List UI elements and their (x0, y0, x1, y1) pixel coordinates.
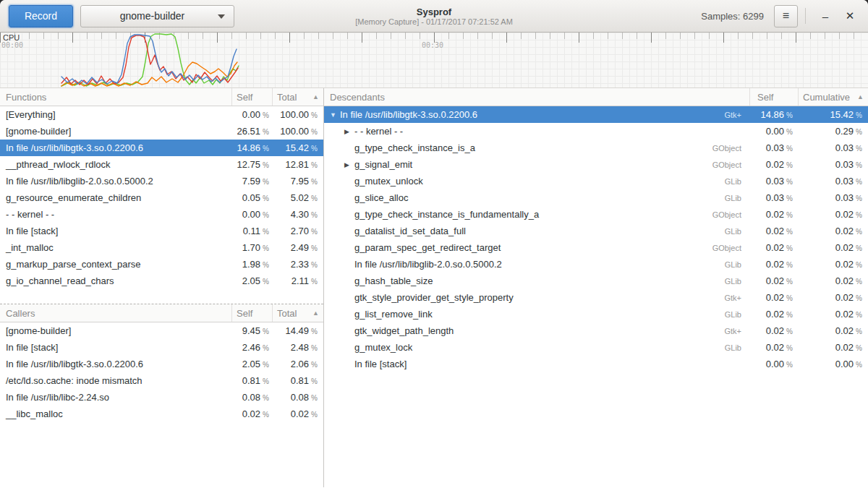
table-row[interactable]: - - kernel - -0.00%4.30% (0, 206, 323, 223)
descendant-name-cell: g_param_spec_get_redirect_target (324, 242, 712, 253)
table-row[interactable]: g_io_channel_read_chars2.05%2.11% (0, 273, 323, 289)
percent-value-cell: 4.30% (273, 209, 323, 220)
hamburger-menu-button[interactable]: ≡ (774, 5, 798, 27)
percent-number: 0.08 (242, 392, 260, 403)
percent-sign: % (786, 328, 793, 335)
percent-value-cell: 12.75% (232, 159, 273, 170)
table-row[interactable]: _int_malloc1.70%2.49% (0, 239, 323, 256)
tree-row[interactable]: ▼In file /usr/lib/libgtk-3.so.0.2200.6Gt… (324, 106, 868, 123)
percent-number: 0.08 (291, 392, 309, 403)
descendants-column-header[interactable]: Descendants (324, 88, 750, 106)
table-row[interactable]: __pthread_rwlock_rdlock12.75%12.81% (0, 156, 323, 173)
percent-number: 7.95 (291, 176, 309, 187)
expander-open-icon[interactable]: ▼ (330, 111, 340, 119)
expander-closed-icon[interactable]: ▶ (344, 128, 354, 135)
percent-sign: % (263, 328, 269, 335)
function-name: In file [stack] (0, 226, 232, 236)
percent-value-cell: 7.95% (273, 176, 323, 187)
percent-sign: % (786, 278, 793, 286)
tree-row[interactable]: g_slice_allocGLib0.03%0.03% (324, 189, 868, 206)
percent-number: 2.48 (291, 342, 309, 353)
percent-number: 1.70 (242, 242, 260, 253)
callers-self-column-header[interactable]: Self (232, 304, 273, 322)
descendants-cumulative-column-header[interactable]: Cumulative ▲ (799, 88, 868, 106)
tree-row[interactable]: g_type_check_instance_is_fundamentally_a… (324, 206, 868, 223)
table-row[interactable]: g_markup_parse_context_parse1.98%2.33% (0, 256, 323, 273)
table-row[interactable]: In file [stack]2.46%2.48% (0, 339, 323, 356)
table-row[interactable]: In file /usr/lib/libgtk-3.so.0.2200.614.… (0, 140, 323, 156)
table-row[interactable]: [Everything]0.00%100.00% (0, 106, 323, 123)
percent-value-cell: 0.00% (799, 359, 868, 369)
functions-self-column-header[interactable]: Self (232, 88, 273, 106)
table-row[interactable]: In file /usr/lib/libglib-2.0.so.0.5000.2… (0, 173, 323, 189)
close-button[interactable]: ✕ (838, 4, 862, 28)
descendant-name-cell: g_hash_table_size (324, 275, 725, 286)
tree-row[interactable]: In file [stack]0.00%0.00% (324, 356, 868, 372)
callers-column-header[interactable]: Callers (0, 304, 232, 322)
percent-value-cell: 2.70% (273, 226, 323, 236)
expander-closed-icon[interactable]: ▶ (344, 161, 354, 168)
percent-number: 12.81 (286, 159, 310, 170)
percent-value-cell: 0.02% (799, 275, 868, 286)
percent-sign: % (786, 111, 793, 119)
tree-row[interactable]: g_list_remove_linkGLib0.02%0.02% (324, 306, 868, 322)
chevron-down-icon (218, 14, 225, 19)
table-row[interactable]: In file /usr/lib/libc-2.24.so0.08%0.08% (0, 389, 323, 406)
percent-number: 7.59 (242, 176, 260, 187)
tree-row[interactable]: g_datalist_id_set_data_fullGLib0.02%0.02… (324, 223, 868, 239)
tree-row[interactable]: In file /usr/lib/libglib-2.0.so.0.5000.2… (324, 256, 868, 273)
descendant-name-cell: gtk_style_provider_get_style_property (324, 292, 724, 303)
functions-total-column-header[interactable]: Total ▲ (273, 88, 323, 106)
percent-sign: % (856, 145, 862, 153)
percent-value-cell: 0.02% (799, 209, 868, 220)
percent-value-cell: 14.49% (273, 325, 323, 336)
library-tag: GObject (712, 144, 750, 153)
percent-sign: % (311, 211, 318, 219)
percent-value-cell: 0.02% (799, 226, 868, 236)
headerbar: Record gnome-builder Sysprof [Memory Cap… (0, 0, 868, 33)
percent-number: 2.06 (291, 359, 309, 369)
table-row[interactable]: In file [stack]0.11%2.70% (0, 223, 323, 239)
table-row[interactable]: In file /usr/lib/libgtk-3.so.0.2200.62.0… (0, 356, 323, 372)
table-row[interactable]: __libc_malloc0.02%0.02% (0, 406, 323, 422)
percent-sign: % (311, 178, 318, 186)
percent-sign: % (856, 161, 862, 169)
percent-value-cell: 0.02% (750, 292, 799, 303)
tree-row[interactable]: gtk_style_provider_get_style_propertyGtk… (324, 289, 868, 306)
library-tag: GLib (725, 277, 750, 286)
percent-value-cell: 0.81% (232, 375, 273, 386)
percent-value-cell: 0.02% (750, 209, 799, 220)
table-row[interactable]: [gnome-builder]26.51%100.00% (0, 123, 323, 140)
descendants-self-column-header[interactable]: Self (750, 88, 799, 106)
tree-row[interactable]: g_mutex_unlockGLib0.03%0.03% (324, 173, 868, 189)
tree-row[interactable]: g_param_spec_get_redirect_targetGObject0… (324, 239, 868, 256)
tree-row[interactable]: g_type_check_instance_is_aGObject0.03%0.… (324, 140, 868, 156)
process-selector-dropdown[interactable]: gnome-builder (80, 5, 234, 27)
percent-number: 0.02 (766, 259, 784, 270)
percent-value-cell: 0.81% (273, 375, 323, 386)
percent-sign: % (856, 178, 862, 186)
percent-number: 0.02 (766, 242, 784, 253)
functions-column-header[interactable]: Functions (0, 88, 232, 106)
percent-sign: % (263, 244, 269, 252)
callers-total-column-header[interactable]: Total ▲ (273, 304, 323, 322)
percent-sign: % (786, 211, 793, 219)
percent-number: 0.02 (766, 275, 784, 286)
tree-row[interactable]: ▶- - kernel - -0.00%0.29% (324, 123, 868, 140)
table-row[interactable]: /etc/ld.so.cache: inode mismatch0.81%0.8… (0, 372, 323, 389)
tree-row[interactable]: g_hash_table_sizeGLib0.02%0.02% (324, 273, 868, 289)
function-name: g_markup_parse_context_parse (0, 259, 232, 270)
cpu-timeline-graph[interactable]: CPU 00:00 00:30 (0, 33, 868, 88)
tree-row[interactable]: ▶g_signal_emitGObject0.02%0.03% (324, 156, 868, 173)
tree-row[interactable]: gtk_widget_path_lengthGtk+0.02%0.02% (324, 322, 868, 339)
table-row[interactable]: [gnome-builder]9.45%14.49% (0, 322, 323, 339)
tree-row[interactable]: g_mutex_lockGLib0.02%0.02% (324, 339, 868, 356)
record-button[interactable]: Record (9, 5, 73, 27)
descendant-name: g_mutex_unlock (354, 176, 423, 187)
minimize-button[interactable]: – (813, 4, 838, 28)
percent-sign: % (311, 228, 318, 236)
percent-value-cell: 14.86% (232, 142, 273, 153)
table-row[interactable]: g_resource_enumerate_children0.05%5.02% (0, 189, 323, 206)
functions-table-header: Functions Self Total ▲ (0, 88, 323, 106)
percent-number: 100.00 (280, 126, 309, 137)
